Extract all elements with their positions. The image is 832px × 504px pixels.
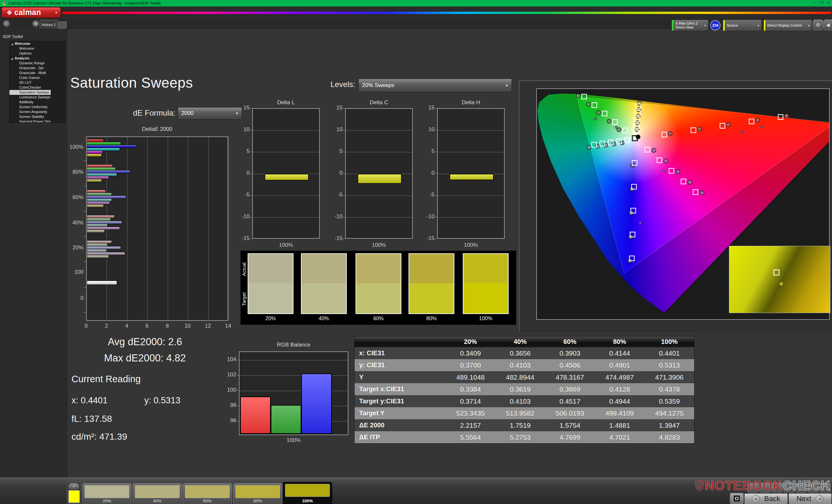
deltae-bar-100%-yellow [87,153,102,157]
sidebar-item-3d-lut[interactable]: 3D LUT [9,80,65,85]
swatch-pair-20% [248,253,293,314]
cie-measured-cyan [620,141,624,145]
cie-target-red [749,119,754,124]
cie-measured-cyan [595,144,600,148]
rgb-y-tick-label: 102 [223,371,236,378]
sidebar-item-welcome[interactable]: Welcome [9,46,65,51]
y-cat-label: 20% [67,245,83,251]
sidebar-item-saturation-sweeps[interactable]: Saturation Sweeps [9,90,51,95]
layout-dot-button[interactable]: ● [3,21,10,27]
table-cell: 0.3869 [545,383,595,395]
deltaH-plot [437,108,505,239]
sidebar-item-options[interactable]: Options [9,51,65,56]
table-cell: 489.1048 [446,371,495,383]
sidebar-item-screen-uniformity[interactable]: Screen Uniformity [9,105,65,109]
rgb-y-tick [237,390,239,391]
calman-menu-button[interactable]: ❖ calman ▾ [2,7,61,18]
y-tick [343,173,345,174]
y-tick-label: 5 [237,148,250,155]
avg-de2000-label: Avg dE2000: [108,336,165,347]
sidebar-item-color-gamut[interactable]: Color Gamut [9,75,65,80]
chevron-down-icon: ▾ [808,24,810,27]
gridline [253,130,319,131]
sidebar-collapse-icon[interactable]: ◀ [32,21,39,27]
add-tab-button[interactable] [58,22,67,29]
toolkit-title: SDR Toolkit [3,34,23,39]
notebookcheck-shield-icon [694,471,705,500]
reading-fl: fL: 137.58 [72,414,112,424]
y-tick [250,152,252,152]
cie-target-red [720,123,725,128]
maximize-icon[interactable]: ❐ [820,1,824,5]
sidebar-item-grayscale-2pt[interactable]: Grayscale - 2pt [9,65,65,71]
cie-target-green [602,111,607,116]
cie-target-magenta [657,158,662,163]
swatch-label: 80% [409,316,454,321]
deltaH-x-label: 100% [437,242,505,248]
tree-group-welcome[interactable]: ◢Welcome [9,41,65,46]
tab-history-1[interactable]: History 1 [40,20,58,29]
close-icon[interactable]: ✕ [827,1,830,5]
table-cell: 1.3947 [645,419,694,431]
rgb-y-tick [237,360,239,360]
y-tick [435,130,437,130]
sweep-thumbnail-80%[interactable]: 80% [233,483,282,504]
table-cell: 482.8944 [495,371,545,383]
y-tick [83,211,86,212]
table-cell: 0.4378 [645,383,694,395]
rgb-y-tick-label: 104 [223,356,236,363]
sidebar-item-grayscale-multi[interactable]: Grayscale - Multi [9,71,65,75]
deltae2000-title: DeltaE 2000 [86,126,228,133]
minimize-icon[interactable]: ─ [814,1,816,4]
main-content: Saturation Sweeps Levels: 20% Sweeps ▼ d… [67,29,832,477]
sweep-thumbnail-40%[interactable]: 40% [133,483,182,504]
actual-swatch-80% [409,254,454,283]
y-tick-label: 15 [422,105,435,111]
sidebar-item-screen-angularity[interactable]: Screen Angularity [9,109,65,114]
x-tick-label: 0 [81,323,91,329]
sweep-thumbnail-100%[interactable]: 100% [283,482,332,504]
y-tick-label: -10 [422,213,435,220]
cie-target-magenta [645,147,650,152]
sidebar-item-luminance-sweeps[interactable]: Luminance Sweeps [9,95,65,100]
gridline [208,137,209,320]
y-tick-label: -15 [237,235,250,242]
deltaC-title: Delta C [345,100,413,106]
actual-label: Actual [241,255,247,283]
rgb-y-tick [237,421,239,421]
app-bar: ❖ calman ▾ [0,6,832,19]
target-swatch-60% [356,283,401,313]
results-table: 20%40%60%80%100%x: CIE310.34090.36560.39… [354,336,695,444]
scroll-up-icon[interactable]: ▲ [69,483,79,489]
table-row-y: Y489.1048482.8944478.3167474.4987471.390… [355,371,694,383]
cie-target-cyan [625,138,629,143]
cie-target-green [592,103,597,108]
tree-group-analysis[interactable]: ◢Analysis [9,56,65,61]
y-cat-label: 40% [67,220,83,226]
sweep-thumbnail-20%[interactable]: 20% [82,483,132,504]
sidebar-item-screen-stability[interactable]: Screen Stability [9,114,65,119]
column-header-60%: 60% [545,336,595,347]
sidebar-item-additivity[interactable]: Additivity [9,100,65,105]
current-reading-title: Current Reading [72,374,141,385]
avg-de2000-value: 2.6 [168,336,182,347]
x-tick-label: 8 [162,323,173,329]
y-tick-label: 0 [330,170,342,176]
table-cell: 5.5564 [446,431,495,443]
y-tick [343,130,345,130]
sweep-thumbnail-60%[interactable]: 60% [183,483,232,504]
sidebar-item-dynamic-range[interactable]: Dynamic Range [9,61,65,65]
sidebar-item-colorchecker[interactable]: ColorChecker [9,85,65,90]
deltaH-title: Delta H [437,100,505,106]
tab-row: ● ◀ History 1 X-Rite i1Pro 2 Direct View… [0,19,832,29]
watermark-word1: NOTEBOOK [705,478,783,493]
y-cat-label: 100% [67,144,83,150]
swatch-pair-80% [409,253,454,314]
table-cell: 0.5359 [645,395,694,407]
table-header-row: 20%40%60%80%100% [355,336,694,347]
sidebar-item-spectral-power-dist-[interactable]: Spectral Power Dist. [9,119,65,123]
thumbnail-swatch [185,485,230,498]
cie-measured-green [596,111,601,115]
table-row-target-y: Target Y523.3435513.9582506.0193499.4109… [355,407,694,419]
y-tick [83,186,86,186]
